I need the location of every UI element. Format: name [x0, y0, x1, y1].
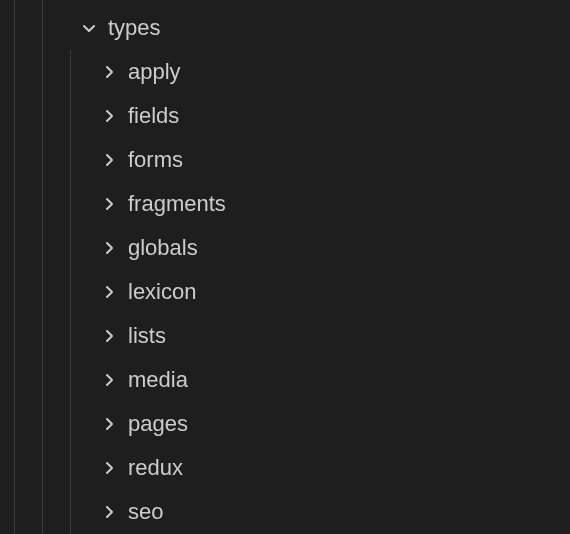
chevron-right-icon	[98, 369, 120, 391]
chevron-right-icon	[98, 413, 120, 435]
folder-label: fields	[128, 105, 179, 127]
folder-label: media	[128, 369, 188, 391]
folder-lexicon[interactable]: lexicon	[0, 270, 570, 314]
folder-lists[interactable]: lists	[0, 314, 570, 358]
folder-label: globals	[128, 237, 198, 259]
folder-fragments[interactable]: fragments	[0, 182, 570, 226]
chevron-right-icon	[98, 149, 120, 171]
chevron-right-icon	[98, 193, 120, 215]
chevron-right-icon	[98, 457, 120, 479]
folder-forms[interactable]: forms	[0, 138, 570, 182]
chevron-right-icon	[98, 501, 120, 523]
folder-globals[interactable]: globals	[0, 226, 570, 270]
folder-fields[interactable]: fields	[0, 94, 570, 138]
folder-label: seo	[128, 501, 163, 523]
chevron-right-icon	[98, 237, 120, 259]
folder-seo[interactable]: seo	[0, 490, 570, 534]
chevron-right-icon	[98, 281, 120, 303]
folder-label: types	[108, 17, 161, 39]
file-tree: types apply fields forms fragment	[0, 0, 570, 534]
folder-label: lexicon	[128, 281, 196, 303]
chevron-right-icon	[98, 325, 120, 347]
folder-redux[interactable]: redux	[0, 446, 570, 490]
folder-label: fragments	[128, 193, 226, 215]
folder-pages[interactable]: pages	[0, 402, 570, 446]
folder-apply[interactable]: apply	[0, 50, 570, 94]
folder-label: forms	[128, 149, 183, 171]
folder-children: apply fields forms fragments globals	[0, 50, 570, 534]
folder-label: redux	[128, 457, 183, 479]
folder-label: pages	[128, 413, 188, 435]
chevron-down-icon	[78, 17, 100, 39]
folder-label: lists	[128, 325, 166, 347]
folder-media[interactable]: media	[0, 358, 570, 402]
folder-label: apply	[128, 61, 181, 83]
folder-types[interactable]: types	[0, 6, 570, 50]
chevron-right-icon	[98, 61, 120, 83]
chevron-right-icon	[98, 105, 120, 127]
